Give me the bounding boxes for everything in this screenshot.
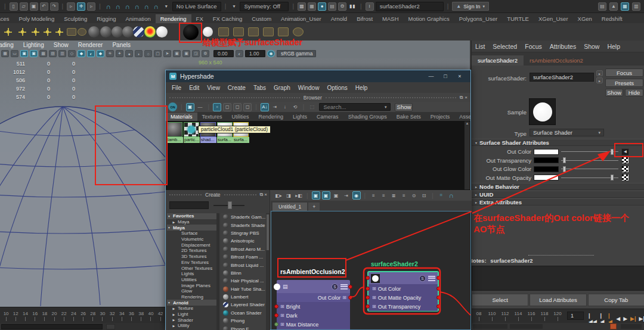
playback-start-field[interactable]: [1, 324, 103, 329]
shelf-tab[interactable]: Bifrost: [352, 14, 377, 23]
layered-shader-icon[interactable]: [133, 26, 144, 38]
viewport-toolbar-icon[interactable]: ◆: [97, 50, 104, 57]
make-live-icon[interactable]: ∩: [152, 3, 160, 10]
node-attr-row[interactable]: ⊞ Out Matte Opacity: [369, 293, 438, 302]
ao-node[interactable]: ▤ S Out Color ⊞: [277, 280, 350, 330]
section-uuid[interactable]: ▸UUID: [472, 191, 644, 198]
browser-panel-header[interactable]: Browser ⧉ ×: [166, 93, 470, 102]
shelf-tab[interactable]: Poly Modeling: [14, 14, 60, 23]
viewport-toolbar-icon[interactable]: ➤: [163, 50, 171, 57]
create-tree-item[interactable]: Rendering: [167, 294, 216, 300]
area-light-icon[interactable]: [31, 27, 40, 36]
viewport-toolbar-icon[interactable]: ◐: [87, 50, 95, 57]
viewport-toolbar-icon[interactable]: ▨: [49, 50, 57, 57]
hypershade-menu-item[interactable]: Options: [327, 85, 347, 91]
modeling-toolkit-icon[interactable]: ▤: [598, 2, 606, 11]
create-tree-item[interactable]: Other Textures: [167, 265, 216, 271]
snap-point-icon[interactable]: ∩: [123, 3, 132, 10]
create-tree-item[interactable]: Volumetric: [167, 236, 216, 242]
sort-type-icon[interactable]: ⇥: [271, 103, 279, 111]
texture-connection-icon[interactable]: [621, 157, 629, 164]
exposure-field[interactable]: 0.00: [213, 50, 234, 57]
add-tab-button[interactable]: +: [308, 203, 320, 211]
ss-node-header[interactable]: S: [369, 272, 438, 284]
viewport-toolbar-icon[interactable]: ◇: [68, 50, 76, 57]
shader-list-item[interactable]: Lambert: [221, 293, 266, 301]
input-connections-icon[interactable]: ◧▸: [274, 191, 283, 200]
swatch-size-1-icon[interactable]: ▫: [213, 103, 221, 111]
sort-reverse-icon[interactable]: ⟲: [291, 103, 299, 111]
shader-name-field[interactable]: surfaceShader2: [530, 73, 594, 82]
blinn-material-icon[interactable]: [112, 26, 123, 38]
move-tool-icon[interactable]: ✛: [77, 2, 85, 11]
render-current-frame-icon[interactable]: ▦: [308, 2, 316, 11]
shelf-tab[interactable]: TURTLE: [502, 14, 534, 23]
hypershade-titlebar[interactable]: M Hypershade — □ ×: [166, 70, 470, 82]
hypershade-menu-item[interactable]: Graph: [274, 85, 290, 91]
play-backwards-button[interactable]: ◀: [616, 316, 620, 322]
viewport-menu-item[interactable]: Panels: [112, 42, 131, 48]
anim-end-field[interactable]: [510, 324, 543, 329]
viewport-toolbar-icon[interactable]: ▣: [20, 50, 28, 57]
browser-tab[interactable]: Rendering: [254, 113, 289, 121]
show-filter-button[interactable]: Show: [395, 103, 413, 111]
create-tree-item[interactable]: Surface: [167, 231, 216, 236]
snap-projected-center-icon[interactable]: ∩: [133, 3, 141, 10]
ss-out-port[interactable]: [436, 276, 441, 280]
render-layer-shelf-icon[interactable]: [263, 27, 274, 36]
viewport-toolbar-icon[interactable]: ▦: [1, 50, 9, 57]
gamma-field[interactable]: 1.00: [245, 50, 265, 57]
layout-1-icon[interactable]: ≡: [369, 191, 377, 200]
create-tree-item[interactable]: Env Textures: [167, 260, 216, 266]
create-tree-item[interactable]: Displacement: [167, 242, 216, 248]
shader-list-item[interactable]: Shaderfx Shade: [221, 221, 266, 229]
shader-list-item[interactable]: Anisotropic: [221, 237, 266, 245]
section-extra-attributes[interactable]: ▸Extra Attributes: [472, 198, 644, 206]
viewport-toolbar-icon[interactable]: ◲: [192, 50, 200, 57]
ae-footer-button[interactable]: Load Attributes: [530, 294, 586, 306]
shelf-tab[interactable]: MASH: [377, 14, 403, 23]
viewport-toolbar-icon[interactable]: ▣: [173, 50, 181, 57]
shelf-tab[interactable]: Rigging: [92, 14, 120, 23]
render-view-icon[interactable]: ▩: [298, 2, 306, 11]
hypershade-menu-item[interactable]: Edit: [189, 85, 199, 91]
anim-start-field[interactable]: [473, 324, 507, 329]
rename-input-icon[interactable]: I: [366, 2, 374, 11]
viewport-toolbar-icon[interactable]: ●: [125, 50, 133, 57]
phong-material-icon[interactable]: [122, 26, 134, 38]
browser-tab[interactable]: Projects: [426, 113, 455, 121]
symmetry-field[interactable]: Symmetry: Off: [240, 2, 289, 11]
node-editor-tab[interactable]: Untitled_1: [273, 203, 307, 211]
material-swatch[interactable]: partic...: [184, 122, 200, 144]
output-port[interactable]: [436, 295, 441, 300]
standard-surface-material-icon[interactable]: [88, 26, 100, 38]
shelf-tab[interactable]: Rendering: [156, 14, 191, 23]
attribute-slider[interactable]: [561, 149, 618, 155]
output-connection-icon[interactable]: ▸: [596, 77, 603, 83]
slider-handle[interactable]: [611, 149, 614, 155]
view-transform-dropdown[interactable]: sRGB gamma: [277, 50, 316, 57]
swatch-render-on-icon[interactable]: ON: [168, 102, 177, 111]
tree-scrollbar[interactable]: [216, 213, 219, 330]
go-to-end-button[interactable]: ▶|: [639, 316, 644, 322]
clear-graph-icon[interactable]: ▣: [332, 191, 340, 200]
current-frame-field[interactable]: 1: [567, 312, 584, 320]
shading-group-badge-icon[interactable]: S: [419, 275, 426, 282]
anim-prefs-icon[interactable]: [621, 324, 642, 329]
expand-rows-icon[interactable]: [340, 284, 348, 289]
hypershade-menu-item[interactable]: Help: [355, 85, 368, 91]
node-attr-row[interactable]: ⊞ Out Color: [369, 284, 438, 293]
focus-button[interactable]: Focus: [605, 69, 643, 77]
ambient-light-icon[interactable]: [43, 27, 52, 36]
viewport-toolbar-icon[interactable]: ▣: [182, 50, 190, 57]
shader-list-item[interactable]: Stingray PBS: [221, 229, 266, 237]
texture-connection-icon[interactable]: [621, 174, 629, 181]
minimize-icon[interactable]: —: [424, 71, 438, 81]
material-swatch[interactable]: lamb...: [167, 122, 183, 144]
shelf-tab[interactable]: Sculpting: [59, 14, 92, 23]
hypershade-menu-item[interactable]: Window: [298, 85, 320, 91]
viewport-toolbar-icon[interactable]: ✳: [106, 50, 114, 57]
ao-node-header[interactable]: ▤ S: [277, 280, 350, 293]
attribute-slider[interactable]: [561, 157, 618, 163]
sign-in-button[interactable]: ▲ Sign In ▾: [452, 2, 489, 11]
